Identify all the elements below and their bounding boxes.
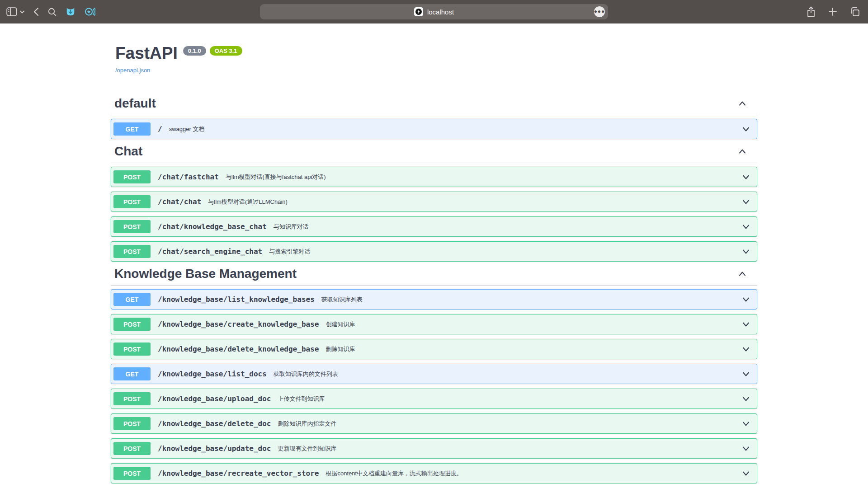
section-title: Chat: [114, 144, 142, 159]
endpoint-row[interactable]: POST /knowledge_base/update_doc 更新现有文件到知…: [111, 438, 757, 459]
endpoint-row[interactable]: POST /chat/fastchat 与llm模型对话(直接与fastchat…: [111, 167, 757, 187]
sidebar-toggle-icon[interactable]: [6, 7, 17, 16]
share-icon[interactable]: [807, 6, 816, 17]
expand-chevron-down-icon[interactable]: [741, 197, 751, 207]
method-badge: POST: [113, 318, 151, 331]
back-icon[interactable]: [33, 7, 39, 16]
url-text: localhost: [427, 8, 454, 16]
section-header[interactable]: Chat: [111, 144, 757, 163]
title-badges: 0.1.0 OAS 3.1: [183, 46, 242, 56]
endpoint-path: /knowledge_base/upload_doc: [158, 394, 271, 403]
endpoint-row[interactable]: POST /chat/search_engine_chat 与搜索引擎对话: [111, 241, 757, 262]
endpoint-path: /knowledge_base/delete_doc: [158, 419, 271, 428]
endpoint-path: /: [158, 125, 162, 133]
endpoint-description: 与知识库对话: [274, 223, 309, 231]
method-badge: GET: [113, 367, 151, 380]
section-endpoints: GET / swagger 文档: [111, 119, 757, 139]
endpoint-path: /knowledge_base/create_knowledge_base: [158, 320, 319, 328]
method-badge: POST: [113, 442, 151, 455]
api-section: Chat POST /chat/fastchat 与llm模型对话(直接与fas…: [111, 144, 757, 262]
endpoint-description: 根据content中文档重建向量库，流式输出处理进度。: [326, 469, 462, 478]
expand-chevron-down-icon[interactable]: [741, 319, 751, 329]
expand-chevron-down-icon[interactable]: [741, 222, 751, 232]
sidebar-controls: [6, 7, 24, 16]
method-badge: POST: [113, 170, 151, 183]
new-tab-icon[interactable]: [828, 7, 837, 16]
endpoint-path: /knowledge_base/list_knowledge_bases: [158, 295, 315, 304]
endpoint-row[interactable]: GET /knowledge_base/list_docs 获取知识库内的文件列…: [111, 364, 757, 384]
browser-window: localhost ●●●: [0, 0, 868, 488]
method-badge: GET: [113, 122, 151, 136]
expand-chevron-down-icon[interactable]: [741, 344, 751, 354]
endpoint-description: 更新现有文件到知识库: [278, 445, 336, 453]
expand-chevron-down-icon[interactable]: [741, 247, 751, 257]
expand-chevron-down-icon[interactable]: [741, 172, 751, 182]
endpoint-row[interactable]: POST /knowledge_base/delete_knowledge_ba…: [111, 339, 757, 359]
api-info: FastAPI 0.1.0 OAS 3.1 /openapi.json: [111, 23, 757, 74]
section-title: Knowledge Base Management: [114, 266, 297, 282]
expand-chevron-down-icon[interactable]: [741, 295, 751, 305]
endpoint-description: 获取知识库列表: [321, 296, 363, 304]
endpoint-path: /knowledge_base/delete_knowledge_base: [158, 345, 319, 353]
collapse-chevron-up-icon[interactable]: [737, 269, 747, 279]
expand-chevron-down-icon[interactable]: [741, 419, 751, 429]
endpoint-row[interactable]: POST /knowledge_base/recreate_vector_sto…: [111, 463, 757, 483]
method-badge: GET: [113, 293, 151, 306]
title-line: FastAPI 0.1.0 OAS 3.1: [111, 43, 757, 63]
expand-chevron-down-icon[interactable]: [741, 394, 751, 404]
version-badge: 0.1.0: [183, 46, 206, 56]
endpoint-row[interactable]: POST /knowledge_base/upload_doc 上传文件到知识库: [111, 389, 757, 409]
section-header[interactable]: default: [111, 96, 757, 115]
page-title: FastAPI: [115, 43, 178, 63]
address-bar[interactable]: localhost ●●●: [260, 4, 608, 19]
sidebar-menu-chevron-icon[interactable]: [20, 10, 24, 14]
method-badge: POST: [113, 392, 151, 405]
endpoint-description: 上传文件到知识库: [278, 395, 325, 403]
api-section: Knowledge Base Management GET /knowledge…: [111, 266, 757, 483]
method-badge: POST: [113, 195, 151, 208]
endpoint-path: /knowledge_base/recreate_vector_store: [158, 469, 319, 478]
endpoint-path: /chat/knowledge_base_chat: [158, 222, 267, 231]
search-icon[interactable]: [48, 8, 57, 16]
endpoint-row[interactable]: POST /chat/knowledge_base_chat 与知识库对话: [111, 216, 757, 237]
endpoint-path: /knowledge_base/update_doc: [158, 444, 271, 453]
content-wrapper: FastAPI 0.1.0 OAS 3.1 /openapi.json defa…: [111, 23, 757, 483]
tabs-overview-icon[interactable]: [850, 7, 860, 17]
section-title: default: [114, 96, 156, 111]
expand-chevron-down-icon[interactable]: [741, 124, 751, 134]
expand-chevron-down-icon[interactable]: [741, 444, 751, 454]
method-badge: POST: [113, 343, 151, 356]
endpoint-row[interactable]: POST /knowledge_base/delete_doc 删除知识库内指定…: [111, 413, 757, 434]
endpoint-path: /chat/search_engine_chat: [158, 247, 262, 256]
expand-chevron-down-icon[interactable]: [741, 369, 751, 379]
collapse-chevron-up-icon[interactable]: [737, 146, 747, 156]
method-badge: POST: [113, 467, 151, 480]
endpoint-description: 获取知识库内的文件列表: [274, 370, 338, 378]
api-section: default GET / swagger 文档: [111, 96, 757, 139]
browser-toolbar: localhost ●●●: [0, 0, 868, 23]
endpoint-row[interactable]: GET / swagger 文档: [111, 119, 757, 139]
endpoint-description: 与llm模型对话(通过LLMChain): [208, 198, 288, 206]
toolbar-right-group: [807, 0, 860, 23]
endpoint-row[interactable]: GET /knowledge_base/list_knowledge_bases…: [111, 289, 757, 310]
swagger-page: FastAPI 0.1.0 OAS 3.1 /openapi.json defa…: [0, 23, 868, 488]
method-badge: POST: [113, 417, 151, 430]
collapse-chevron-up-icon[interactable]: [737, 99, 747, 108]
section-header[interactable]: Knowledge Base Management: [111, 266, 757, 286]
endpoint-row[interactable]: POST /knowledge_base/create_knowledge_ba…: [111, 314, 757, 334]
extension-shield-icon[interactable]: [66, 7, 75, 17]
endpoint-path: /chat/chat: [158, 197, 201, 206]
extension-broadcast-icon[interactable]: [85, 7, 95, 17]
page-more-ellipsis-icon[interactable]: ●●●: [594, 6, 605, 17]
oas-badge: OAS 3.1: [210, 46, 242, 56]
endpoint-description: 与搜索引擎对话: [269, 248, 310, 256]
openapi-spec-link[interactable]: /openapi.json: [115, 67, 150, 74]
endpoint-description: 删除知识库内指定文件: [278, 420, 336, 428]
section-endpoints: POST /chat/fastchat 与llm模型对话(直接与fastchat…: [111, 167, 757, 262]
endpoint-row[interactable]: POST /chat/chat 与llm模型对话(通过LLMChain): [111, 192, 757, 212]
toolbar-left-group: [6, 0, 95, 23]
method-badge: POST: [113, 245, 151, 258]
expand-chevron-down-icon[interactable]: [741, 469, 751, 479]
endpoint-description: 删除知识库: [326, 345, 355, 353]
api-sections: default GET / swagger 文档 Chat: [111, 96, 757, 483]
